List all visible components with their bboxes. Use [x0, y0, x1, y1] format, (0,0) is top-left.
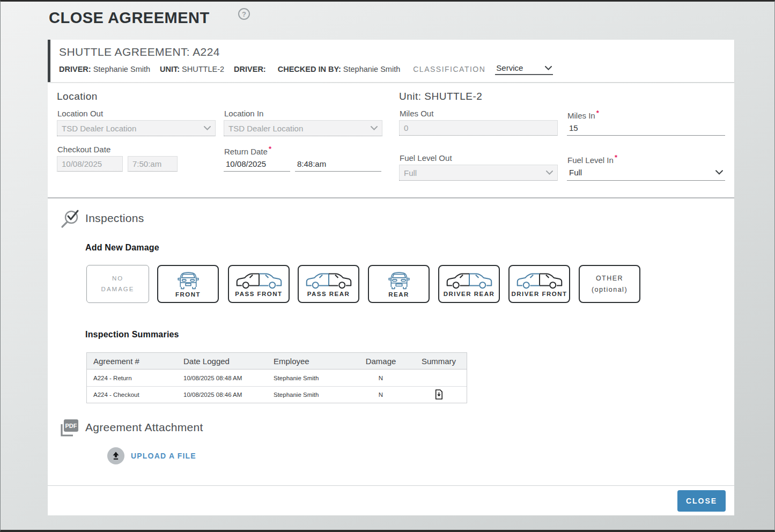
agreement-meta-row: DRIVER:Stephanie Smith UNIT:SHUTTLE-2 DR… — [59, 63, 734, 75]
location-in-select: TSD Dealer Location — [224, 120, 382, 136]
add-new-damage-heading: Add New Damage — [85, 243, 159, 253]
driver2-field: DRIVER: — [234, 65, 268, 73]
inspection-summaries-heading: Inspection Summaries — [85, 330, 179, 339]
car-pass-rear-icon — [305, 271, 352, 289]
col-employee: Employee — [267, 357, 352, 366]
col-agreement: Agreement # — [87, 357, 177, 366]
upload-a-file-link[interactable]: UPLOAD A FILE — [131, 452, 196, 460]
car-rear-icon — [387, 270, 411, 290]
miles-in-input[interactable]: 15 — [567, 120, 725, 136]
checkout-date-label: Checkout Date — [57, 145, 110, 154]
car-driver-front-icon — [516, 271, 563, 289]
location-out-select: TSD Dealer Location — [57, 120, 216, 136]
damage-front-button[interactable]: FRONT — [157, 265, 219, 303]
page-title: CLOSE AGREEMENT — [49, 9, 210, 27]
unit-field: UNIT:SHUTTLE-2 — [160, 65, 224, 73]
download-summary-icon[interactable] — [434, 389, 443, 400]
return-time-input[interactable]: 8:48:am — [295, 156, 381, 172]
inspection-magnifier-check-icon — [60, 209, 81, 230]
fuel-level-in-label: Fuel Level In — [567, 153, 617, 165]
section-divider — [48, 197, 734, 198]
classification-label: CLASSIFICATION — [413, 65, 485, 73]
chevron-down-icon — [204, 126, 211, 130]
location-section-heading: Location — [57, 91, 98, 102]
return-date-label: Return Date — [224, 145, 271, 156]
fuel-level-out-label: Fuel Level Out — [400, 153, 452, 162]
inspections-heading: Inspections — [85, 212, 144, 225]
col-summary: Summary — [410, 357, 468, 366]
agreement-header-card: SHUTTLE AGREEMENT: A224 DRIVER:Stephanie… — [48, 40, 734, 82]
table-row: A224 - Checkout 10/08/2025 08:46 AM Step… — [87, 386, 467, 403]
help-icon[interactable]: ? — [238, 8, 250, 20]
agreement-title: SHUTTLE AGREEMENT: A224 — [59, 46, 734, 58]
driver-field: DRIVER:Stephanie Smith — [59, 65, 150, 73]
upload-button[interactable] — [107, 447, 124, 464]
agreement-attachment-heading: Agreement Attachment — [85, 421, 203, 434]
svg-text:PDF: PDF — [65, 423, 77, 429]
fuel-level-in-select[interactable]: Full — [567, 165, 725, 181]
miles-out-input: 0 — [399, 120, 558, 136]
table-row: A224 - Return 10/08/2025 08:48 AM Stepha… — [87, 370, 467, 386]
location-out-label: Location Out — [57, 109, 103, 118]
damage-other-button[interactable]: OTHER (optional) — [579, 265, 640, 303]
no-damage-button[interactable]: NO DAMAGE — [86, 265, 149, 303]
main-form-card: Location Location Out TSD Dealer Locatio… — [48, 83, 734, 485]
footer-bar: CLOSE — [48, 485, 734, 515]
upload-arrow-icon — [110, 450, 122, 462]
inspection-summaries-table: Agreement # Date Logged Employee Damage … — [86, 352, 467, 403]
miles-in-label: Miles In — [567, 109, 599, 120]
unit-section-heading: Unit: SHUTTLE-2 — [399, 91, 482, 102]
car-driver-rear-icon — [446, 271, 493, 289]
damage-pass-front-button[interactable]: PASS FRONT — [228, 265, 290, 303]
chevron-down-icon — [715, 170, 723, 175]
chevron-down-icon — [371, 126, 378, 130]
classification-select[interactable]: Service — [495, 63, 553, 75]
close-agreement-page: CLOSE AGREEMENT ? SHUTTLE AGREEMENT: A22… — [0, 0, 775, 532]
miles-out-label: Miles Out — [400, 109, 433, 118]
table-header-row: Agreement # Date Logged Employee Damage … — [87, 353, 467, 370]
checkout-date-input: 10/08/2025 — [57, 156, 123, 172]
damage-driver-front-button[interactable]: DRIVER FRONT — [508, 265, 570, 303]
damage-rear-button[interactable]: REAR — [368, 265, 430, 303]
col-date-logged: Date Logged — [177, 357, 267, 366]
location-in-label: Location In — [224, 109, 263, 118]
return-date-input[interactable]: 10/08/2025 — [224, 156, 290, 172]
pdf-file-icon: PDF — [58, 418, 80, 438]
checkout-time-input: 7:50:am — [128, 156, 178, 172]
col-damage: Damage — [352, 357, 410, 366]
fuel-level-out-select: Full — [399, 165, 558, 181]
car-front-icon — [176, 270, 201, 290]
damage-pass-rear-button[interactable]: PASS REAR — [298, 265, 359, 303]
damage-driver-rear-button[interactable]: DRIVER REAR — [438, 265, 500, 303]
chevron-down-icon — [546, 171, 553, 175]
chevron-down-icon — [545, 66, 552, 70]
car-pass-front-icon — [235, 271, 283, 289]
close-button[interactable]: CLOSE — [677, 490, 726, 512]
checked-in-by-field: CHECKED IN BY:Stephanie Smith — [278, 65, 401, 73]
